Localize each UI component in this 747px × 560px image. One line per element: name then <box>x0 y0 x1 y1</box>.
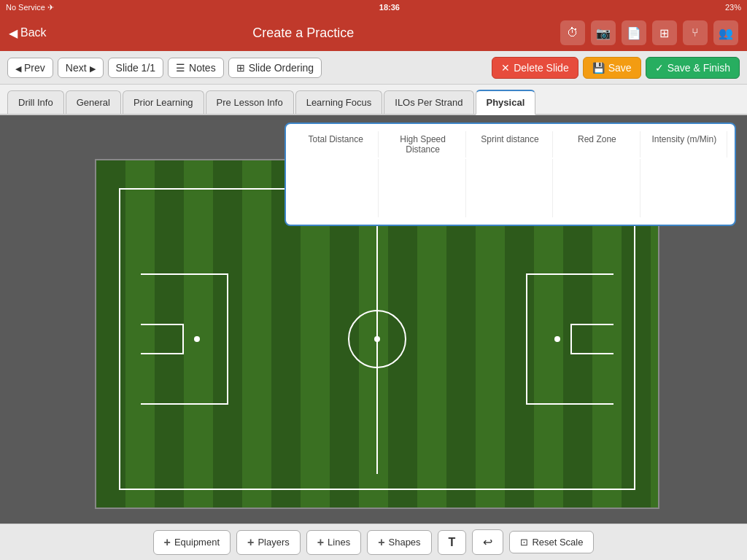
save-label: Save <box>608 62 632 74</box>
tab-prior-learning[interactable]: Prior Learning <box>123 90 204 114</box>
slide-count: Slide 1/1 <box>108 58 163 78</box>
lines-button[interactable]: + Lines <box>306 530 361 555</box>
col-header-sprint-distance: Sprint distance <box>468 131 553 158</box>
main-content: Total Distance High Speed Distance Sprin… <box>0 115 747 524</box>
reset-scale-icon: ⊡ <box>520 537 528 548</box>
equipment-label: Equipment <box>174 537 220 548</box>
tab-prior-learning-label: Prior Learning <box>133 97 193 108</box>
delete-icon: ✕ <box>501 62 510 74</box>
col-body-sprint-distance[interactable] <box>468 159 553 217</box>
col-header-total-distance: Total Distance <box>293 131 379 158</box>
field-outline <box>119 188 635 490</box>
penalty-box-left <box>141 273 228 405</box>
save-icon: 💾 <box>592 62 605 74</box>
tab-drill-info[interactable]: Drill Info <box>7 90 64 114</box>
goal-box-right <box>570 324 614 354</box>
slide-ordering-button[interactable]: ⊞ Slide Ordering <box>228 58 322 78</box>
undo-icon: ↩ <box>483 535 492 549</box>
camera-icon-button[interactable]: 📷 <box>591 20 616 45</box>
reset-scale-button[interactable]: ⊡ Reset Scale <box>509 531 594 553</box>
tab-physical[interactable]: Physical <box>476 90 536 115</box>
col-header-intensity: Intensity (m/Min) <box>642 131 727 158</box>
slide-ordering-icon: ⊞ <box>236 62 245 74</box>
delete-label: Delete Slide <box>514 62 569 74</box>
players-label: Players <box>258 537 289 548</box>
next-label: Next <box>66 62 87 74</box>
prev-label: Prev <box>24 62 45 74</box>
penalty-dot-right <box>554 336 560 342</box>
tab-general-label: General <box>77 97 110 108</box>
document-icon-button[interactable]: 📄 <box>622 20 646 45</box>
no-service-text: No Service ✈ <box>6 3 54 12</box>
equipment-plus-icon: + <box>164 536 171 549</box>
status-bar: No Service ✈ 18:36 23% <box>0 0 747 15</box>
status-left: No Service ✈ <box>6 3 54 12</box>
notes-label: Notes <box>189 62 216 74</box>
toolbar: Prev Next Slide 1/1 ☰ Notes ⊞ Slide Orde… <box>0 51 747 85</box>
penalty-dot-left <box>194 336 200 342</box>
bottom-toolbar: + Equipment + Players + Lines + Shapes T… <box>0 524 747 560</box>
tab-drill-info-label: Drill Info <box>18 97 53 108</box>
reset-scale-label: Reset Scale <box>532 537 583 548</box>
header-icons: ⏱ 📷 📄 ⊞ ⑂ 👥 <box>560 20 738 45</box>
col-body-high-speed-distance[interactable] <box>380 159 465 217</box>
equipment-button[interactable]: + Equipment <box>153 530 231 555</box>
col-body-total-distance[interactable] <box>293 159 379 217</box>
tab-learning-focus-label: Learning Focus <box>306 97 372 108</box>
clock-icon-button[interactable]: ⏱ <box>560 20 585 45</box>
checkmark-icon: ✓ <box>655 62 664 74</box>
center-dot <box>374 336 380 342</box>
save-button[interactable]: 💾 Save <box>583 57 641 79</box>
physical-panel: Total Distance High Speed Distance Sprin… <box>285 122 736 226</box>
prev-button[interactable]: Prev <box>7 58 53 78</box>
shapes-label: Shapes <box>389 537 421 548</box>
text-icon: T <box>449 536 456 549</box>
battery-text: 23% <box>725 3 741 12</box>
next-button[interactable]: Next <box>58 58 104 78</box>
status-right: 23% <box>725 3 741 12</box>
toolbar-right: ✕ Delete Slide 💾 Save ✓ Save & Finish <box>492 57 740 79</box>
notes-button[interactable]: ☰ Notes <box>168 58 224 78</box>
status-time: 18:36 <box>379 3 400 12</box>
delete-slide-button[interactable]: ✕ Delete Slide <box>492 57 578 79</box>
grid-icon-button[interactable]: ⊞ <box>652 20 677 45</box>
tab-general[interactable]: General <box>66 90 121 114</box>
lines-plus-icon: + <box>317 536 324 549</box>
players-button[interactable]: + Players <box>236 530 301 555</box>
tab-ilos-per-strand-label: ILOs Per Strand <box>395 97 462 108</box>
save-finish-label: Save & Finish <box>667 62 730 74</box>
players-plus-icon: + <box>247 536 254 549</box>
tab-pre-lesson-info-label: Pre Lesson Info <box>217 97 283 108</box>
notes-icon: ☰ <box>176 62 185 74</box>
tab-learning-focus[interactable]: Learning Focus <box>295 90 383 114</box>
col-header-high-speed-distance: High Speed Distance <box>380 131 465 158</box>
col-body-intensity[interactable] <box>642 159 727 217</box>
slide-ordering-label: Slide Ordering <box>249 62 314 74</box>
shapes-plus-icon: + <box>378 536 384 549</box>
goal-box-left <box>141 324 184 354</box>
physical-grid: Total Distance High Speed Distance Sprin… <box>293 131 727 217</box>
toolbar-left: Prev Next Slide 1/1 ☰ Notes ⊞ Slide Orde… <box>7 58 322 78</box>
lines-label: Lines <box>328 537 350 548</box>
shapes-button[interactable]: + Shapes <box>367 530 431 555</box>
penalty-box-right <box>526 273 614 405</box>
fork-icon-button[interactable]: ⑂ <box>683 20 708 45</box>
back-label: Back <box>20 26 47 39</box>
undo-button[interactable]: ↩ <box>472 529 503 555</box>
back-chevron-icon: ◀ <box>9 26 18 40</box>
back-button[interactable]: ◀ Back <box>9 26 47 40</box>
next-arrow-icon <box>90 62 96 74</box>
tab-ilos-per-strand[interactable]: ILOs Per Strand <box>384 90 473 114</box>
col-body-red-zone[interactable] <box>554 159 640 217</box>
text-button[interactable]: T <box>438 530 467 555</box>
header: ◀ Back Create a Practice ⏱ 📷 📄 ⊞ ⑂ 👥 <box>0 15 747 51</box>
page-title: Create a Practice <box>252 26 354 41</box>
prev-arrow-icon <box>15 62 21 74</box>
tab-pre-lesson-info[interactable]: Pre Lesson Info <box>206 90 294 114</box>
save-finish-button[interactable]: ✓ Save & Finish <box>646 57 740 79</box>
col-header-red-zone: Red Zone <box>554 131 640 158</box>
tab-physical-label: Physical <box>487 97 525 108</box>
tab-bar: Drill Info General Prior Learning Pre Le… <box>0 85 747 115</box>
people-icon-button[interactable]: 👥 <box>713 20 738 45</box>
